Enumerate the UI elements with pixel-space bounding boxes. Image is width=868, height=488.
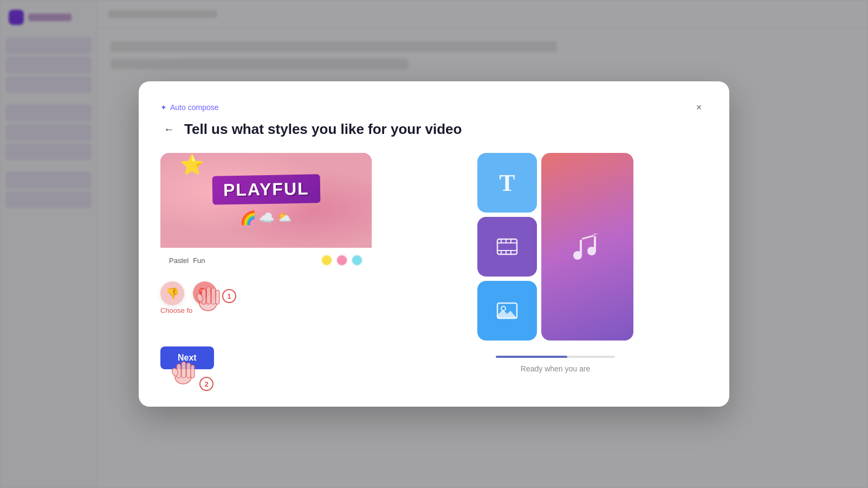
svg-point-6 (175, 370, 191, 384)
step-badge-1: 1 (222, 289, 236, 303)
tag-pastel: Pastel (169, 256, 189, 265)
reaction-row: 👎 ❤️ (160, 281, 377, 305)
color-dot-yellow (321, 254, 333, 266)
image-icon (495, 299, 519, 323)
modal-dialog: ✦ Auto compose × ← Tell us what styles y… (139, 81, 729, 407)
text-icon-tile: T (477, 153, 537, 213)
step-badge-2: 2 (199, 377, 213, 391)
style-tags: Pastel Fun (169, 256, 205, 265)
modal-title: Tell us what styles you like for your vi… (184, 121, 462, 138)
like-button[interactable]: ❤️ (193, 281, 217, 305)
next-button[interactable]: Next (160, 346, 214, 369)
style-card-footer: Pastel Fun (160, 248, 372, 273)
left-panel: ⭐ PLAYFUL 🌈 ☁️ ⛅ Pastel Fun (160, 153, 377, 373)
playful-banner: PLAYFUL (212, 174, 320, 204)
choose-label: Choose fo (160, 306, 192, 314)
tag-fun: Fun (193, 256, 205, 265)
style-card-image: ⭐ PLAYFUL 🌈 ☁️ ⛅ (160, 153, 372, 248)
progress-bar-fill (496, 356, 567, 358)
star-emoji: ⭐ (180, 153, 204, 176)
ready-text: Ready when you are (521, 364, 590, 373)
svg-rect-12 (497, 239, 517, 254)
music-icon (566, 225, 609, 268)
auto-compose-text: Auto compose (170, 103, 219, 112)
icons-grid: T (477, 153, 633, 341)
image-icon-tile (477, 281, 537, 341)
music-tile (541, 153, 633, 341)
right-panel: T (403, 153, 708, 373)
progress-container (496, 356, 615, 358)
svg-point-22 (501, 306, 506, 311)
rainbow-cloud-row: 🌈 ☁️ ⛅ (240, 210, 292, 226)
playful-text-container: ⭐ PLAYFUL 🌈 ☁️ ⛅ (212, 175, 320, 226)
video-icon-tile (477, 217, 537, 277)
modal-title-row: ← Tell us what styles you like for your … (160, 120, 708, 138)
film-icon (495, 235, 519, 259)
sparkle-icon: ✦ (160, 103, 167, 112)
close-button[interactable]: × (690, 99, 708, 116)
color-dots (321, 254, 363, 266)
style-card: ⭐ PLAYFUL 🌈 ☁️ ⛅ Pastel Fun (160, 153, 372, 273)
color-dot-teal (351, 254, 363, 266)
modal-body: ⭐ PLAYFUL 🌈 ☁️ ⛅ Pastel Fun (160, 153, 708, 373)
color-dot-pink (336, 254, 348, 266)
modal-header: ✦ Auto compose × (160, 99, 708, 116)
auto-compose-label: ✦ Auto compose (160, 103, 219, 112)
progress-bar-bg (496, 356, 615, 358)
dislike-button[interactable]: 👎 (160, 281, 184, 305)
text-icon: T (499, 169, 515, 197)
back-button[interactable]: ← (160, 120, 178, 138)
